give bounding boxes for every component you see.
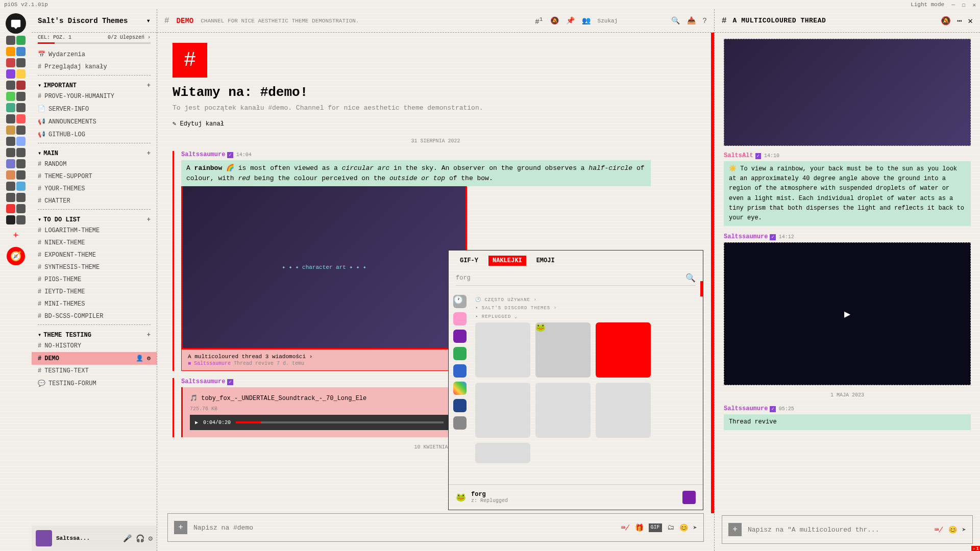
sticker-item[interactable]: 🐸 <box>535 322 591 378</box>
channel-item[interactable]: # MINI-THEMES <box>32 298 157 310</box>
server-item[interactable]: 1 <box>6 215 26 224</box>
message-author[interactable]: SaltsAlt <box>724 152 753 159</box>
channel-item[interactable]: # TESTING-TEXT <box>32 365 157 377</box>
channel-item[interactable]: # THEME-SUPPORT <box>32 170 157 183</box>
deafen-icon[interactable]: 🎧 <box>136 534 144 543</box>
sticker-item[interactable] <box>475 443 530 463</box>
gift-icon[interactable]: 🎁 <box>635 523 644 532</box>
category-todo[interactable]: ▾ TO DO LIST+ <box>32 212 157 224</box>
picker-section-replugged[interactable]: ▪ REPLUGGED ⌄ <box>475 314 699 319</box>
notifications-icon[interactable]: 🔕 <box>941 16 951 26</box>
channel-item[interactable]: 📄 SERVER-INFO <box>32 103 157 115</box>
browse-channels-link[interactable]: # Przeglądaj kanały <box>32 61 157 73</box>
goal-status[interactable]: 0/2 Ulepszeń › <box>108 35 151 40</box>
channel-item[interactable]: # RANDOM <box>32 158 157 170</box>
rail-item[interactable] <box>453 364 467 378</box>
category-testing[interactable]: ▾ THEME TESTING+ <box>32 327 157 340</box>
emoji-icon[interactable]: 😊 <box>948 525 957 534</box>
notifications-icon[interactable]: 🔕 <box>550 16 559 25</box>
mute-icon[interactable]: 🎤 <box>123 534 132 543</box>
search-icon[interactable]: 🔍 <box>685 273 696 283</box>
video-embed[interactable]: ▶ <box>724 242 971 385</box>
send-button[interactable]: ➤ <box>693 523 697 532</box>
user-name[interactable]: Saltssa... <box>56 535 90 541</box>
server-item[interactable]: 15 <box>6 103 26 112</box>
gift-icon[interactable]: ⌨̸ <box>621 523 630 532</box>
attach-button[interactable]: + <box>728 523 742 536</box>
window-minimize[interactable]: — <box>951 2 955 8</box>
channel-item[interactable]: # PROVE-YOUR-HUMANITY <box>32 90 157 103</box>
explore-button[interactable]: 🧭 <box>7 247 25 265</box>
message-attachment-image[interactable]: ✦ ✦ ✦ character art ✦ ✦ ✦ <box>181 186 467 349</box>
category-important[interactable]: ▾ IMPORTANT+ <box>32 78 157 90</box>
message-author[interactable]: Saltssaumure <box>724 233 768 240</box>
message-author[interactable]: Saltssaumure <box>181 378 225 385</box>
thread-chip[interactable]: A multicoloured thread 3 wiadomości › ■ … <box>181 349 467 371</box>
keyboard-icon[interactable]: ⌨̸ <box>935 525 943 534</box>
channel-item[interactable]: # CHATTER <box>32 195 157 207</box>
sticker-search-input[interactable] <box>456 274 685 282</box>
emoji-icon[interactable]: 😊 <box>679 523 688 532</box>
channel-item[interactable]: # EXPONENT-THEME <box>32 249 157 261</box>
picker-scrollbar[interactable] <box>700 281 703 296</box>
events-link[interactable]: 📅 Wydarzenia <box>32 48 157 61</box>
rail-item[interactable] <box>453 416 467 430</box>
sticker-source-icon[interactable] <box>682 491 696 504</box>
channel-item[interactable]: 💬 TESTING-FORUM <box>32 377 157 390</box>
tab-gif[interactable]: GIF-Y <box>456 256 482 266</box>
server-item[interactable]: 40 <box>6 126 26 135</box>
channel-item[interactable]: # IEYTD-THEME <box>32 286 157 298</box>
picker-section-recent[interactable]: 🕐 CZĘSTO UŻYWANE › <box>475 297 699 303</box>
message-input[interactable] <box>193 524 615 532</box>
add-server-button[interactable]: + <box>7 227 25 245</box>
pin-icon[interactable]: 📌 <box>566 16 575 25</box>
server-item[interactable]: 9 <box>6 170 26 180</box>
members-icon[interactable]: 👥 <box>582 16 591 25</box>
attach-button[interactable]: + <box>174 521 187 534</box>
window-maximize[interactable]: ☐ <box>962 2 966 8</box>
window-close[interactable]: ✕ <box>972 2 976 8</box>
search-input[interactable] <box>598 15 664 27</box>
channel-item[interactable]: # YOUR-THEMES <box>32 183 157 195</box>
light-mode-label[interactable]: Light mode <box>911 2 944 8</box>
channel-topic[interactable]: CHANNEL FOR NICE AESTHETIC THEME DEMONST… <box>201 18 359 24</box>
thread-hero-image[interactable] <box>724 39 971 146</box>
message-author[interactable]: Saltssaumure <box>181 151 225 158</box>
channel-item[interactable]: 📢 GITHUB-LOG <box>32 128 157 141</box>
channel-item[interactable]: 📢 ANNOUNCEMENTS <box>32 115 157 128</box>
category-main[interactable]: ▾ MAIN+ <box>32 145 157 158</box>
settings-icon[interactable]: ⚙ <box>149 534 153 543</box>
edit-channel-link[interactable]: ✎ Edytuj kanał <box>173 120 224 128</box>
rail-item[interactable] <box>453 382 467 395</box>
help-icon[interactable]: ? <box>703 17 707 25</box>
user-avatar[interactable] <box>36 530 52 546</box>
channel-item[interactable]: # BD-SCSS-COMPILER <box>32 310 157 322</box>
server-item[interactable]: 43 <box>6 81 26 90</box>
sticker-item[interactable] <box>596 383 651 438</box>
guild-header[interactable]: Salt's Discord Themes ▾ <box>32 9 157 33</box>
dm-home[interactable] <box>6 13 26 34</box>
sticker-item[interactable] <box>475 383 530 438</box>
sticker-item-selected[interactable] <box>596 322 651 378</box>
tab-emoji[interactable]: EMOJI <box>532 256 559 266</box>
message-author[interactable]: Saltssaumure <box>724 405 768 412</box>
server-item[interactable]: 71 <box>6 58 26 67</box>
rail-item[interactable] <box>453 399 467 412</box>
search-icon[interactable]: 🔍 <box>671 16 680 25</box>
channel-item-active[interactable]: # DEMO👤 ⚙ <box>32 352 157 365</box>
channel-item[interactable]: # SYNTHESIS-THEME <box>32 261 157 273</box>
audio-player[interactable]: ▶ 0:04/0:20 🔊 <box>190 415 460 430</box>
inbox-icon[interactable]: 📥 <box>687 16 696 25</box>
server-item[interactable]: 10 <box>6 148 26 157</box>
sticker-item[interactable] <box>535 383 591 438</box>
tab-stickers[interactable]: NAKLEJKI <box>488 256 526 266</box>
sticker-item[interactable] <box>475 322 530 378</box>
rail-item[interactable] <box>453 330 467 343</box>
channel-item[interactable]: # PIOS-THEME <box>32 273 157 286</box>
channel-item[interactable]: # NINEX-THEME <box>32 237 157 249</box>
rail-item[interactable] <box>453 347 467 360</box>
server-item[interactable]: 49 <box>6 193 26 202</box>
channel-item[interactable]: # LOGARITHM-THEME <box>32 224 157 237</box>
rail-recent[interactable]: 🕐 <box>453 295 467 308</box>
more-icon[interactable]: ⋯ <box>957 16 962 26</box>
